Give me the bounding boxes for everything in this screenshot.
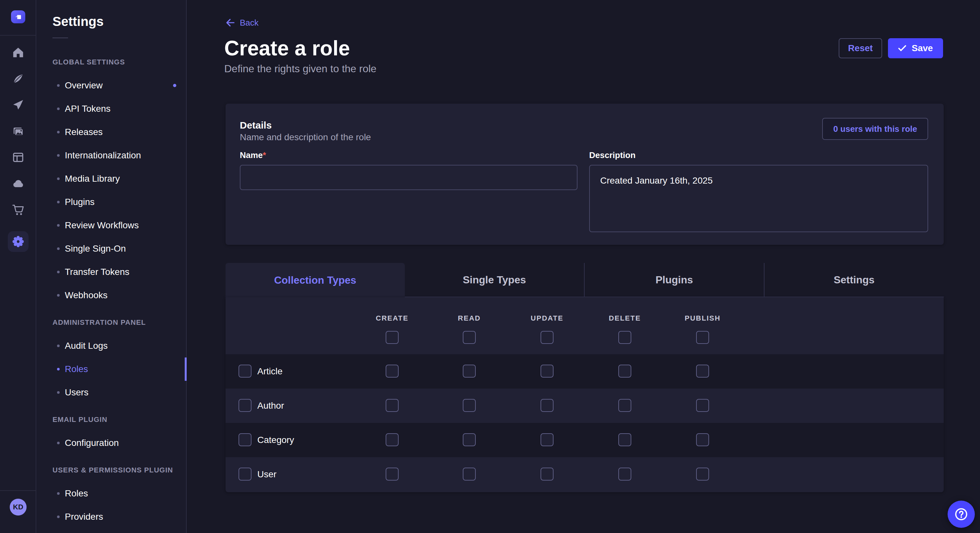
- select-all-column-checkbox[interactable]: [463, 331, 476, 344]
- permission-checkbox[interactable]: [696, 365, 709, 378]
- content-icon[interactable]: [12, 73, 24, 85]
- permission-checkbox[interactable]: [696, 468, 709, 481]
- nav-item-label: Internationalization: [65, 150, 141, 160]
- tab-collection-types[interactable]: Collection Types: [226, 263, 405, 297]
- select-all-column-checkbox[interactable]: [618, 331, 631, 344]
- nav-item-label: Transfer Tokens: [65, 267, 129, 277]
- reset-button[interactable]: Reset: [839, 38, 882, 58]
- select-all-column-checkbox[interactable]: [386, 331, 399, 344]
- subnav-title: Settings: [52, 14, 104, 29]
- permission-checkbox[interactable]: [541, 468, 554, 481]
- sidebar-item-users[interactable]: Users: [36, 381, 187, 404]
- permission-checkbox[interactable]: [541, 399, 554, 412]
- nav-item-label: Review Workflows: [65, 220, 139, 230]
- bullet-icon: [57, 108, 60, 110]
- sidebar-item-review-workflows[interactable]: Review Workflows: [36, 214, 187, 237]
- permission-checkbox[interactable]: [618, 468, 631, 481]
- bullet-icon: [57, 224, 60, 227]
- media-library-icon[interactable]: [12, 125, 25, 138]
- permission-checkbox[interactable]: [386, 399, 399, 412]
- bullet-icon: [57, 442, 60, 444]
- name-input[interactable]: [240, 165, 578, 190]
- settings-nav: GLOBAL SETTINGS Overview API Tokens: [36, 51, 187, 528]
- permission-column: Delete: [599, 314, 651, 344]
- bullet-icon: [57, 178, 60, 180]
- header-actions: Reset Save: [839, 38, 943, 58]
- nav-item-label: Webhooks: [65, 290, 108, 300]
- help-button[interactable]: [948, 501, 975, 528]
- settings-gear-icon[interactable]: [12, 235, 25, 248]
- check-icon: [898, 45, 907, 52]
- column-label: Delete: [609, 314, 641, 322]
- content-type-builder-icon[interactable]: [12, 151, 24, 163]
- bullet-icon: [57, 391, 60, 394]
- marketplace-cart-icon[interactable]: [12, 204, 24, 216]
- description-field: Description Created January 16th, 2025: [589, 150, 928, 235]
- description-textarea[interactable]: Created January 16th, 2025: [589, 165, 928, 232]
- nav-item-label: Overview: [65, 80, 103, 90]
- name-label: Name: [240, 150, 263, 160]
- sidebar-item-audit-logs[interactable]: Audit Logs: [36, 334, 187, 357]
- sidebar-item-internationalization[interactable]: Internationalization: [36, 144, 187, 167]
- nav-item-label: Plugins: [65, 197, 95, 207]
- nav-item-label: API Tokens: [65, 104, 110, 114]
- permission-checkbox[interactable]: [386, 468, 399, 481]
- home-icon[interactable]: [12, 46, 24, 59]
- notification-dot-icon: [173, 84, 176, 87]
- permission-checkbox[interactable]: [386, 365, 399, 378]
- nav-item-label: Roles: [65, 364, 88, 374]
- strapi-logo-icon[interactable]: [11, 10, 25, 23]
- tab-settings[interactable]: Settings: [764, 263, 944, 297]
- sidebar-item-releases[interactable]: Releases: [36, 121, 187, 144]
- sidebar-item-api-tokens[interactable]: API Tokens: [36, 97, 187, 121]
- permission-column: Publish: [677, 314, 729, 344]
- sidebar-item-up-roles[interactable]: Roles: [36, 482, 187, 505]
- permission-checkbox[interactable]: [541, 365, 554, 378]
- bullet-icon: [57, 516, 60, 518]
- sidebar-item-webhooks[interactable]: Webhooks: [36, 284, 187, 307]
- save-button[interactable]: Save: [888, 38, 943, 58]
- permission-checkbox[interactable]: [618, 433, 631, 446]
- send-icon[interactable]: [12, 99, 24, 111]
- nav-item-label: Media Library: [65, 174, 120, 184]
- permission-checkbox[interactable]: [696, 433, 709, 446]
- sidebar-item-transfer-tokens[interactable]: Transfer Tokens: [36, 260, 187, 284]
- nav-section-label: GLOBAL SETTINGS: [36, 51, 187, 74]
- tab-single-types[interactable]: Single Types: [405, 263, 584, 297]
- permission-checkbox[interactable]: [541, 433, 554, 446]
- sidebar-item-roles[interactable]: Roles: [36, 357, 187, 381]
- sidebar-item-configuration[interactable]: Configuration: [36, 431, 187, 455]
- nav-section: USERS & PERMISSIONS PLUGIN Roles Provide…: [36, 458, 187, 528]
- permission-checkbox[interactable]: [463, 365, 476, 378]
- bullet-icon: [57, 247, 60, 250]
- permission-checkbox[interactable]: [618, 399, 631, 412]
- permission-checkbox[interactable]: [463, 399, 476, 412]
- sidebar-item-providers[interactable]: Providers: [36, 505, 187, 528]
- users-with-role-button[interactable]: 0 users with this role: [822, 118, 928, 140]
- sidebar-item-plugins[interactable]: Plugins: [36, 190, 187, 214]
- permission-checkbox[interactable]: [463, 433, 476, 446]
- nav-item-label: Audit Logs: [65, 341, 108, 351]
- question-mark-icon: [954, 507, 968, 521]
- nav-section-label: EMAIL PLUGIN: [36, 408, 187, 431]
- tab-plugins[interactable]: Plugins: [584, 263, 764, 297]
- nav-item-label: Single Sign-On: [65, 244, 126, 254]
- permission-checkbox[interactable]: [696, 399, 709, 412]
- bullet-icon: [57, 271, 60, 273]
- column-label: Read: [458, 314, 480, 322]
- select-all-column-checkbox[interactable]: [696, 331, 709, 344]
- permission-checkbox[interactable]: [463, 468, 476, 481]
- content-type-row: Author: [226, 389, 944, 423]
- select-all-column-checkbox[interactable]: [541, 331, 554, 344]
- name-field: Name*: [240, 150, 578, 190]
- sidebar-item-media-library[interactable]: Media Library: [36, 167, 187, 190]
- back-link[interactable]: Back: [224, 17, 259, 28]
- permissions-tabs: Collection TypesSingle TypesPluginsSetti…: [226, 263, 944, 297]
- permission-checkbox[interactable]: [386, 433, 399, 446]
- sidebar-item-single-sign-on[interactable]: Single Sign-On: [36, 237, 187, 260]
- cloud-icon[interactable]: [12, 177, 25, 190]
- avatar[interactable]: KD: [10, 499, 27, 516]
- details-title: Details: [240, 120, 272, 131]
- permission-checkbox[interactable]: [618, 365, 631, 378]
- sidebar-item-overview[interactable]: Overview: [36, 74, 187, 97]
